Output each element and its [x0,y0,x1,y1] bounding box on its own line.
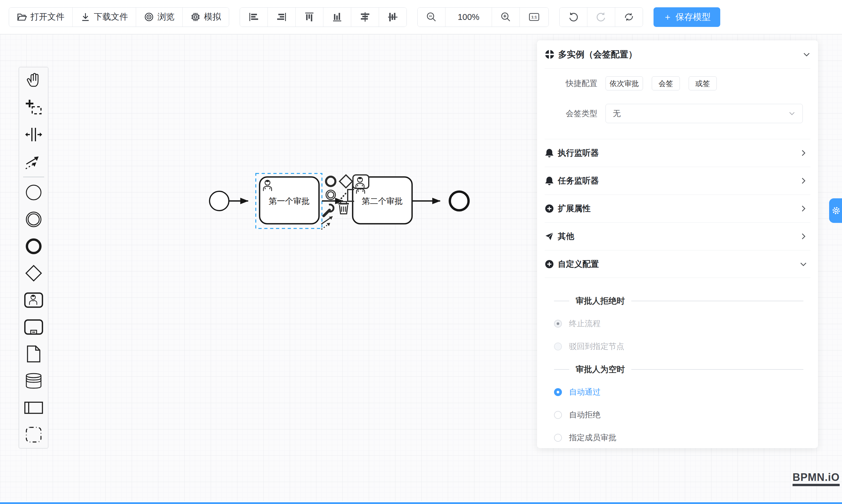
user-task-item[interactable] [19,287,48,313]
bpmn-io-logo: BPMN.iO [792,471,840,486]
folder-open-icon [17,12,27,22]
intermediate-event-icon [24,210,43,229]
align-middle-vertical-icon [387,12,398,22]
subprocess-item[interactable] [19,313,48,341]
intermediate-event-item[interactable] [19,206,48,233]
zoom-in-button[interactable] [492,7,520,26]
section-other[interactable]: 其他 [545,222,810,250]
data-store-item[interactable] [19,367,48,394]
top-toolbar: 打开文件 下载文件 浏览 模拟 [0,0,842,34]
reset-zoom-1-1-icon: 1:1 [528,12,540,22]
connect-tool-icon[interactable] [321,216,332,229]
browse-eye-icon [144,12,154,22]
task-1-node[interactable]: 第一个审批 [260,177,319,224]
gateway-item[interactable] [19,260,48,287]
append-end-event-icon[interactable] [326,177,335,186]
quick-option-countersign[interactable]: 会签 [652,76,680,90]
data-store-icon [24,373,43,389]
section-execution-listener[interactable]: 执行监听器 [545,139,810,167]
bottom-accent-bar [0,502,842,504]
chevron-down-icon[interactable] [803,51,810,58]
chip-icon [191,12,200,22]
section-custom-config[interactable]: 自定义配置 [545,250,810,278]
zoom-level-display: 100% [445,7,492,26]
properties-panel: 多实例（会签配置） 快捷配置 依次审批 会签 或签 会签类型 无 [537,40,818,448]
bell-icon [545,148,554,158]
radio-terminate-process[interactable]: 终止流程 [554,319,803,328]
end-event-item[interactable] [19,233,48,260]
chevron-down-icon [788,110,795,117]
refresh-icon [624,12,634,22]
settings-tab[interactable] [829,198,842,223]
hand-tool[interactable] [19,67,48,94]
start-event-icon [24,183,43,201]
bpmn-designer-app: 第一个审批 第二个审批 [0,0,842,504]
open-file-label: 打开文件 [31,11,64,23]
group-item[interactable] [19,421,48,448]
open-file-button[interactable]: 打开文件 [9,7,73,26]
align-center-horizontal-button[interactable] [351,7,379,26]
radio-button[interactable] [554,411,562,419]
group-icon [25,426,42,443]
radio-designated-member[interactable]: 指定成员审批 [554,433,803,442]
align-right-button[interactable] [268,7,296,26]
simulate-button[interactable]: 模拟 [182,7,229,26]
zoom-in-icon [501,12,511,22]
download-icon [81,12,90,22]
append-gateway-icon[interactable] [339,175,352,188]
panel-header[interactable]: 多实例（会签配置） [545,40,810,69]
zoom-level-value: 100% [453,12,484,22]
radio-button[interactable] [554,388,562,396]
empty-approver-section-title: 审批人为空时 [554,364,803,374]
radio-auto-reject[interactable]: 自动拒绝 [554,410,803,419]
zoom-out-button[interactable] [418,7,445,26]
gear-icon [831,206,841,215]
end-event-node[interactable] [450,192,469,210]
hand-icon [24,72,43,90]
save-model-button[interactable]: ＋ 保存模型 [653,7,720,27]
user-task-icon [24,292,43,308]
connect-tool[interactable] [19,148,48,175]
svg-text:1:1: 1:1 [531,15,537,19]
section-task-listener[interactable]: 任务监听器 [545,167,810,195]
section-extended-properties[interactable]: 扩展属性 [545,195,810,222]
quick-config-label: 快捷配置 [564,78,597,89]
browse-button[interactable]: 浏览 [136,7,182,26]
radio-auto-pass[interactable]: 自动通过 [554,387,803,397]
radio-return-to-node[interactable]: 驳回到指定节点 [554,342,803,351]
reset-zoom-button[interactable]: 1:1 [520,7,548,26]
quick-option-orsign[interactable]: 或签 [689,76,717,90]
participant-pool-item[interactable] [19,394,48,421]
lasso-tool[interactable] [19,94,48,121]
shape-palette [19,67,48,448]
sign-type-select[interactable]: 无 [606,104,803,123]
custom-config-block: 审批人拒绝时 终止流程 驳回到指定节点 审批人为空时 自动通过 [545,278,810,442]
start-event-node[interactable] [210,191,229,211]
delete-trash-icon[interactable] [338,201,349,214]
align-top-button[interactable] [296,7,323,26]
refresh-button[interactable] [615,7,643,26]
sign-type-label: 会签类型 [564,108,597,119]
radio-button[interactable] [554,343,562,350]
space-tool[interactable] [19,121,48,148]
divider-line [631,301,803,301]
multi-instance-icon [545,50,555,59]
download-file-button[interactable]: 下载文件 [73,7,136,26]
quick-option-sequential[interactable]: 依次审批 [606,76,643,90]
data-object-item[interactable] [19,341,48,367]
task-2-label: 第二个审批 [362,197,403,205]
align-left-button[interactable] [240,7,268,26]
download-file-label: 下载文件 [94,11,128,23]
plus-icon: ＋ [663,11,672,23]
undo-button[interactable] [560,7,587,26]
append-user-task-icon[interactable] [353,175,369,188]
redo-button[interactable] [587,7,615,26]
panel-title: 多实例（会签配置） [558,49,799,60]
start-event-item[interactable] [19,179,48,206]
change-type-wrench-icon[interactable] [324,204,334,216]
align-bottom-button[interactable] [323,7,351,26]
align-middle-vertical-button[interactable] [379,7,406,26]
chevron-right-icon [800,205,807,212]
radio-button[interactable] [554,320,562,328]
radio-button[interactable] [554,434,562,442]
